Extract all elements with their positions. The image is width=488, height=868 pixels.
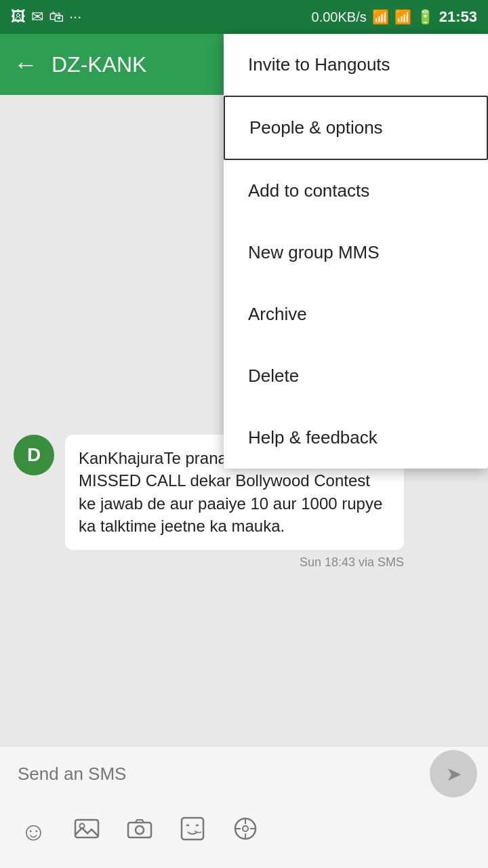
menu-item-people[interactable]: People & options [224,96,488,160]
menu-item-delete[interactable]: Delete [224,345,488,407]
menu-item-invite[interactable]: Invite to Hangouts [224,34,488,96]
menu-item-archive[interactable]: Archive [224,283,488,345]
menu-item-group[interactable]: New group MMS [224,222,488,283]
menu-item-help[interactable]: Help & feedback [224,407,488,469]
menu-item-add[interactable]: Add to contacts [224,160,488,222]
dropdown-menu: Invite to Hangouts People & options Add … [224,34,488,469]
